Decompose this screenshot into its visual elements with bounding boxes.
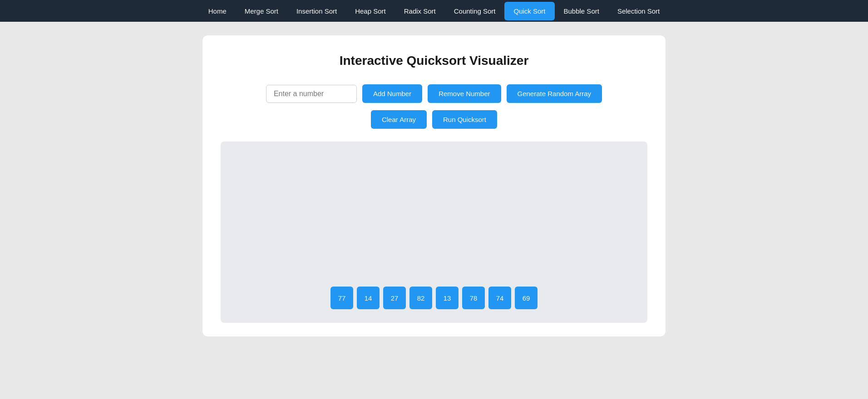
nav-quick-sort[interactable]: Quick Sort — [504, 2, 554, 20]
array-bar: 14 — [357, 287, 380, 309]
nav-home[interactable]: Home — [199, 2, 236, 20]
generate-random-array-button[interactable]: Generate Random Array — [507, 84, 602, 103]
array-bar: 78 — [462, 287, 485, 309]
remove-number-button[interactable]: Remove Number — [428, 84, 501, 103]
array-bar: 27 — [383, 287, 406, 309]
main-card: Interactive Quicksort Visualizer Add Num… — [202, 35, 666, 336]
page-title: Interactive Quicksort Visualizer — [221, 54, 647, 68]
add-number-button[interactable]: Add Number — [362, 84, 422, 103]
nav-selection-sort[interactable]: Selection Sort — [608, 2, 669, 20]
array-bar: 13 — [436, 287, 459, 309]
array-bar: 77 — [330, 287, 353, 309]
nav-heap-sort[interactable]: Heap Sort — [346, 2, 395, 20]
page-wrapper: Interactive Quicksort Visualizer Add Num… — [0, 22, 868, 399]
nav-merge-sort[interactable]: Merge Sort — [236, 2, 287, 20]
array-bar: 69 — [515, 287, 538, 309]
navigation: Home Merge Sort Insertion Sort Heap Sort… — [0, 0, 868, 22]
number-input[interactable] — [266, 85, 357, 103]
controls-row-1: Add Number Remove Number Generate Random… — [266, 84, 602, 103]
nav-radix-sort[interactable]: Radix Sort — [395, 2, 445, 20]
array-bar: 74 — [488, 287, 511, 309]
nav-bubble-sort[interactable]: Bubble Sort — [555, 2, 608, 20]
visualization-area: 7714278213787469 — [221, 141, 647, 323]
array-bar: 82 — [409, 287, 432, 309]
clear-array-button[interactable]: Clear Array — [371, 110, 427, 129]
run-quicksort-button[interactable]: Run Quicksort — [432, 110, 497, 129]
nav-counting-sort[interactable]: Counting Sort — [445, 2, 505, 20]
controls-section: Add Number Remove Number Generate Random… — [221, 84, 647, 129]
nav-insertion-sort[interactable]: Insertion Sort — [287, 2, 346, 20]
array-bars-container: 7714278213787469 — [326, 282, 542, 314]
controls-row-2: Clear Array Run Quicksort — [371, 110, 497, 129]
